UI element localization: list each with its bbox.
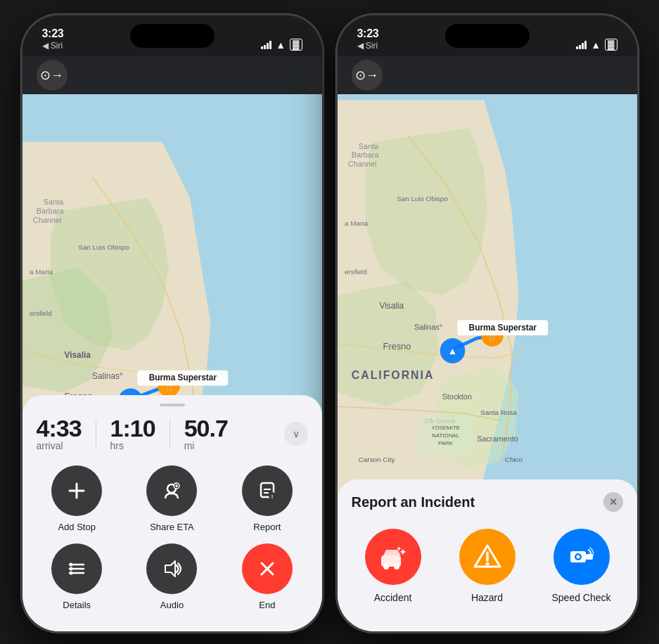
end-label: End (259, 600, 275, 610)
svg-text:Sacramento: Sacramento (477, 434, 518, 443)
navigation-bar: ⊙→ (23, 56, 322, 94)
phone2-status-time: 3:23 (357, 27, 379, 40)
expand-button[interactable]: ∨ (284, 422, 308, 446)
svg-text:ersfield: ersfield (344, 268, 366, 276)
duration-time: 1:10 (110, 416, 155, 440)
status-left: 3:23 ◀ Siri (42, 27, 64, 51)
svg-text:Burma Superstar: Burma Superstar (468, 323, 537, 333)
accident-label: Accident (374, 592, 412, 603)
speed-check-icon (566, 541, 597, 572)
svg-text:Chico: Chico (504, 456, 523, 463)
phone-2: 3:23 ◀ Siri ▲ ▓ ⊙→ (336, 14, 639, 633)
add-stop-button[interactable] (51, 465, 102, 516)
battery-icon: ▓ (290, 39, 302, 51)
svg-point-69 (383, 564, 389, 569)
svg-text:Carson City: Carson City (358, 456, 395, 463)
hazard-button[interactable] (459, 529, 516, 585)
svg-text:PARK: PARK (438, 440, 454, 446)
svg-text:▲: ▲ (447, 345, 457, 356)
svg-text:Santa: Santa (43, 198, 63, 206)
audio-label: Audio (160, 600, 184, 610)
share-eta-label: Share ETA (150, 522, 194, 532)
report-icon: ! (257, 480, 278, 501)
audio-icon (161, 558, 182, 579)
svg-text:Barbara: Barbara (36, 207, 64, 215)
svg-text:ersfield: ersfield (29, 309, 51, 317)
svg-marker-37 (165, 561, 175, 577)
phone2-signal-icon (576, 41, 587, 49)
hazard-item[interactable]: Hazard (446, 529, 529, 603)
svg-text:Visalia: Visalia (379, 301, 404, 311)
phone2-wifi-icon: ▲ (591, 39, 601, 51)
phone2-battery-icon: ▓ (605, 39, 617, 51)
back-button[interactable]: ⊙→ (37, 60, 68, 91)
svg-text:Santa Rosa: Santa Rosa (480, 408, 517, 416)
phone2-navigation-bar: ⊙→ (338, 56, 637, 94)
phone2-back-button[interactable]: ⊙→ (352, 60, 383, 91)
share-eta-icon (161, 480, 182, 501)
accident-item[interactable]: ✦ ✦ Accident (352, 529, 435, 603)
svg-point-79 (576, 555, 580, 559)
svg-text:Visalia: Visalia (64, 350, 91, 360)
svg-text:San Luis Obispo: San Luis Obispo (78, 243, 129, 251)
add-stop-label: Add Stop (58, 522, 96, 532)
svg-point-35 (70, 567, 73, 571)
svg-point-36 (70, 572, 73, 575)
status-right: ▲ ▓ (261, 39, 302, 51)
back-icon: ⊙→ (40, 67, 63, 83)
phone-1: 3:23 ◀ Siri ▲ ▓ ⊙→ (21, 14, 324, 633)
svg-text:San Luis Obispo: San Luis Obispo (397, 195, 448, 202)
chevron-down-icon: ∨ (293, 428, 300, 439)
report-title: Report an Incident (352, 494, 475, 510)
svg-text:!: ! (271, 494, 273, 500)
accident-button[interactable]: ✦ ✦ (365, 529, 421, 585)
report-panel: Report an Incident ✕ ✦ ✦ (338, 479, 637, 631)
duration-stat: 1:10 hrs (110, 416, 155, 451)
action-grid: Add Stop Share ETA (37, 465, 308, 610)
duration-label: hrs (110, 440, 124, 451)
details-icon (66, 558, 87, 579)
siri-label: ◀ Siri (42, 41, 63, 51)
svg-text:✦: ✦ (396, 545, 402, 553)
close-report-button[interactable]: ✕ (603, 492, 623, 512)
speed-check-item[interactable]: Speed Check (540, 529, 623, 603)
phone2-status-right: ▲ ▓ (576, 39, 617, 51)
svg-text:NATIONAL: NATIONAL (432, 432, 460, 439)
svg-text:Barbara: Barbara (351, 150, 379, 159)
details-item[interactable]: Details (37, 543, 117, 610)
phone2-back-icon: ⊙→ (355, 67, 378, 83)
details-button[interactable] (51, 543, 102, 594)
distance-value: 50.7 (184, 416, 228, 440)
svg-text:Channel: Channel (32, 216, 61, 224)
svg-point-75 (485, 562, 489, 566)
share-eta-button[interactable] (146, 465, 197, 516)
svg-text:Burma Superstar: Burma Superstar (148, 373, 217, 383)
close-icon: ✕ (609, 496, 618, 508)
svg-text:a Maria: a Maria (29, 268, 52, 276)
end-button[interactable] (242, 543, 293, 594)
add-stop-item[interactable]: Add Stop (37, 465, 117, 532)
panel-handle (160, 404, 185, 406)
details-label: Details (63, 600, 91, 610)
incident-grid: ✦ ✦ Accident Hazard (352, 529, 623, 603)
svg-text:Channel: Channel (347, 160, 376, 168)
plus-icon (66, 480, 87, 501)
audio-item[interactable]: Audio (132, 543, 212, 610)
svg-text:Fresno: Fresno (383, 341, 411, 352)
bottom-panel: 4:33 arrival 1:10 hrs 50.7 mi ∨ (23, 395, 322, 631)
accident-icon: ✦ ✦ (378, 541, 409, 572)
report-item[interactable]: ! Report (226, 465, 307, 532)
report-header: Report an Incident ✕ (352, 492, 623, 512)
arrival-time: 4:33 (37, 416, 82, 440)
share-eta-item[interactable]: Share ETA (132, 465, 212, 532)
end-icon (257, 558, 278, 579)
svg-point-70 (394, 564, 399, 569)
end-item[interactable]: End (226, 543, 307, 610)
hazard-icon (472, 541, 503, 572)
hazard-label: Hazard (471, 592, 503, 603)
svg-text:CALIFORNIA: CALIFORNIA (351, 369, 434, 381)
arrival-stat: 4:33 arrival (37, 416, 82, 451)
report-button[interactable]: ! (242, 465, 293, 516)
audio-button[interactable] (146, 543, 197, 594)
speed-check-button[interactable] (554, 529, 610, 585)
